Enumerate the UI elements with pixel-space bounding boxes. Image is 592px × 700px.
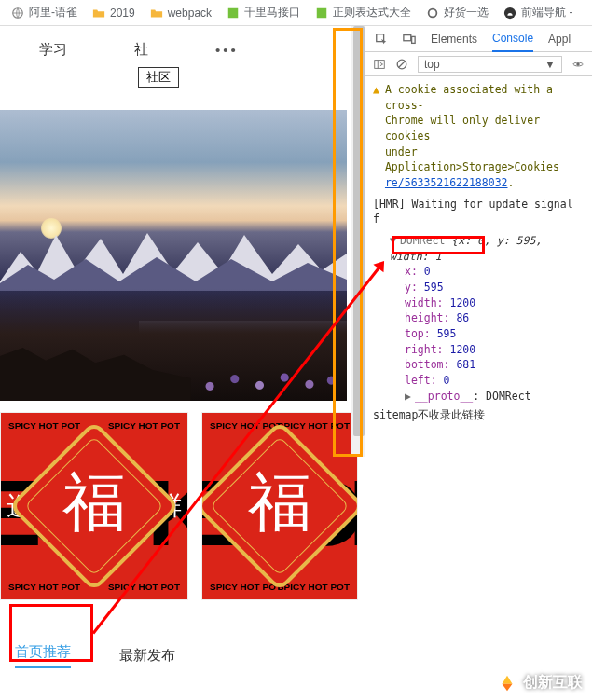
bookmark-label: 阿里-语雀 bbox=[29, 5, 77, 21]
cards-row: SPICY HOT POT SPICY HOT POT SPICY HOT PO… bbox=[0, 412, 358, 600]
vertical-scrollbar[interactable] bbox=[351, 26, 365, 457]
svg-rect-4 bbox=[404, 34, 411, 40]
warn-link[interactable]: re/5633521622188032 bbox=[385, 176, 508, 189]
community-box[interactable]: 社区 bbox=[138, 67, 179, 88]
bookmarks-bar: 阿里-语雀 2019 webpack 千里马接口 正则表达式大全 好货一选 前端… bbox=[0, 0, 592, 26]
device-icon[interactable] bbox=[403, 33, 416, 46]
bookmark-item[interactable]: 前端导航 - bbox=[503, 5, 572, 21]
banner-image bbox=[0, 110, 347, 401]
bookmark-item[interactable]: 正则表达式大全 bbox=[315, 5, 411, 21]
svg-line-9 bbox=[399, 61, 406, 67]
watermark-text: 创新互联 bbox=[523, 673, 583, 693]
obj-prop: height: 86 bbox=[373, 310, 585, 326]
bottom-tabs: 首页推荐 最新发布 bbox=[0, 611, 365, 700]
bookmark-label: 好货一选 bbox=[444, 5, 489, 21]
clear-console-icon[interactable] bbox=[395, 58, 408, 71]
console-line: sitemap不收录此链接 bbox=[373, 407, 585, 423]
card-corner-text: SPICY HOT POT bbox=[278, 583, 350, 592]
nav-item-community[interactable]: 社 bbox=[134, 41, 148, 59]
context-selector[interactable]: top ▼ bbox=[418, 56, 562, 73]
folder-icon bbox=[92, 7, 105, 20]
obj-prop-top: top: 595 bbox=[373, 326, 585, 342]
obj-prop: bottom: 681 bbox=[373, 357, 585, 373]
warn-icon: ▲ bbox=[373, 82, 379, 191]
bookmark-item[interactable]: webpack bbox=[150, 7, 212, 20]
main-character: 福 bbox=[62, 460, 126, 545]
context-label: top bbox=[424, 57, 440, 72]
console-object[interactable]: ▼DOMRect {x: 0, y: 595, width: 1 bbox=[373, 233, 585, 264]
circle-icon bbox=[426, 7, 439, 20]
scroll-thumb[interactable] bbox=[353, 26, 365, 436]
console-toolbar: top ▼ bbox=[365, 52, 592, 76]
obj-prop: left: 0 bbox=[373, 373, 585, 389]
svg-point-10 bbox=[576, 62, 580, 66]
tab-elements[interactable]: Elements bbox=[431, 33, 477, 46]
main-character: 福 bbox=[248, 460, 311, 545]
tab-application[interactable]: Appl bbox=[548, 33, 571, 46]
site-icon bbox=[315, 7, 328, 20]
watermark: 创新互联 bbox=[497, 672, 583, 693]
svg-point-1 bbox=[429, 8, 437, 17]
console-output[interactable]: ▲ A cookie associated with a cross- Chro… bbox=[365, 76, 592, 700]
page-viewport: 学习 社 ••• 社区 SPICY HOT POT SPICY HOT POT … bbox=[0, 26, 365, 700]
disclosure-icon[interactable]: ▼ bbox=[390, 234, 396, 247]
obj-prop: x: 0 bbox=[373, 264, 585, 280]
nav-more-icon[interactable]: ••• bbox=[215, 42, 239, 58]
sidebar-toggle-icon[interactable] bbox=[373, 58, 386, 71]
watermark-icon bbox=[497, 672, 517, 693]
svg-rect-5 bbox=[412, 36, 416, 43]
devtools-panel: Elements Console Appl top ▼ ▲ A cookie a… bbox=[365, 26, 592, 700]
nav-item-study[interactable]: 学习 bbox=[39, 41, 67, 59]
mountains bbox=[0, 226, 347, 291]
chevron-down-icon: ▼ bbox=[544, 57, 556, 72]
bookmark-item[interactable]: 阿里-语雀 bbox=[11, 5, 77, 21]
bookmark-label: 前端导航 - bbox=[521, 5, 572, 21]
obj-prop: y: 595 bbox=[373, 280, 585, 295]
obj-proto[interactable]: ▶__proto__: DOMRect bbox=[373, 389, 585, 405]
bookmark-label: 正则表达式大全 bbox=[333, 5, 411, 21]
inspect-icon[interactable] bbox=[375, 33, 388, 46]
console-line: [HMR] Waiting for update signal f bbox=[373, 197, 585, 227]
folder-icon bbox=[150, 7, 163, 20]
devtools-tabs: Elements Console Appl bbox=[365, 26, 592, 52]
card-corner-text: SPICY HOT POT bbox=[8, 583, 80, 592]
github-icon bbox=[503, 7, 516, 20]
tab-home-recommend[interactable]: 首页推荐 bbox=[15, 643, 71, 668]
card-corner-text: SPICY HOT POT bbox=[108, 421, 180, 431]
obj-prop: right: 1200 bbox=[373, 342, 585, 358]
bookmark-item[interactable]: 千里马接口 bbox=[227, 5, 300, 21]
bookmark-label: 千里马接口 bbox=[244, 5, 300, 21]
disclosure-icon[interactable]: ▶ bbox=[405, 390, 411, 403]
obj-prop: width: 1200 bbox=[373, 295, 585, 311]
tab-latest[interactable]: 最新发布 bbox=[119, 647, 175, 665]
eye-icon[interactable] bbox=[571, 58, 585, 71]
promo-card[interactable]: SPICY HOT POT SPICY HOT POT SPICY HOT PO… bbox=[201, 412, 358, 600]
card-corner-text: SPICY HOT POT bbox=[108, 583, 180, 592]
bookmark-item[interactable]: 2019 bbox=[92, 7, 135, 20]
top-nav: 学习 社 ••• bbox=[0, 26, 365, 73]
tab-console[interactable]: Console bbox=[492, 32, 533, 52]
flowers bbox=[191, 352, 347, 401]
bookmark-item[interactable]: 好货一选 bbox=[426, 5, 489, 21]
site-icon bbox=[227, 7, 240, 20]
card-corner-text: SPICY HOT POT bbox=[8, 421, 80, 431]
console-warning: ▲ A cookie associated with a cross- Chro… bbox=[373, 82, 585, 191]
promo-card[interactable]: SPICY HOT POT SPICY HOT POT SPICY HOT PO… bbox=[0, 412, 188, 600]
globe-icon bbox=[11, 7, 24, 20]
bookmark-label: 2019 bbox=[110, 7, 135, 20]
bookmark-label: webpack bbox=[168, 7, 212, 20]
